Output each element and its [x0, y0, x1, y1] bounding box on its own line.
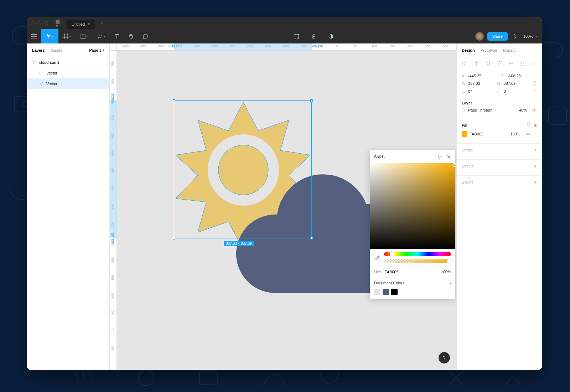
close-picker-icon[interactable]: ✕: [447, 154, 451, 160]
inspect-tab[interactable]: Inspect: [503, 48, 515, 52]
constrain-proportions-icon[interactable]: [533, 81, 537, 86]
alpha-value[interactable]: 100%: [441, 270, 451, 274]
add-effect-icon[interactable]: +: [534, 163, 537, 169]
h-input[interactable]: 387.09: [504, 81, 529, 86]
document-swatches: [374, 289, 451, 295]
tab-title: Untitled: [72, 22, 85, 26]
svg-point-20: [527, 125, 528, 127]
eyedropper-icon[interactable]: [374, 254, 380, 261]
hue-slider[interactable]: [384, 252, 451, 256]
align-vcenter-icon[interactable]: [508, 61, 514, 66]
boolean-tool[interactable]: [324, 29, 338, 43]
x-input[interactable]: -445.25: [468, 74, 498, 78]
align-right-icon[interactable]: [485, 61, 491, 66]
svg-rect-7: [81, 34, 85, 38]
help-button[interactable]: ?: [439, 352, 450, 363]
move-tool[interactable]: ▾: [41, 29, 58, 43]
pen-icon: [97, 33, 103, 39]
comment-icon: [142, 33, 148, 39]
main-menu-button[interactable]: [27, 29, 41, 43]
layer-row-vector[interactable]: Vector: [27, 68, 109, 78]
frame-icon: [63, 33, 69, 39]
style-icon[interactable]: [526, 123, 530, 127]
pen-tool[interactable]: ▾: [93, 29, 110, 43]
export-section: Export+: [457, 176, 542, 191]
layer-row-vector-selected[interactable]: Vector: [27, 78, 109, 89]
blend-mode-select[interactable]: Pass Through: [468, 108, 492, 112]
present-button[interactable]: [511, 29, 520, 43]
shape-tool[interactable]: ▾: [76, 29, 93, 43]
rotation-input[interactable]: 0°: [468, 89, 494, 93]
frame-tool[interactable]: ▾: [58, 29, 76, 43]
design-tab[interactable]: Design: [462, 48, 475, 52]
alignment-controls: [457, 57, 542, 70]
add-export-icon[interactable]: +: [534, 179, 537, 185]
swatch[interactable]: [391, 289, 398, 295]
ruler-origin: [110, 43, 117, 51]
more-transform-icon[interactable]: ⋯: [533, 89, 537, 93]
align-hcenter-icon[interactable]: [473, 61, 479, 66]
visibility-icon[interactable]: [532, 108, 537, 112]
page-selector[interactable]: Page 1▾: [89, 48, 104, 52]
play-icon: [513, 34, 518, 39]
distribute-icon[interactable]: [531, 61, 537, 66]
assets-tab[interactable]: Assets: [50, 48, 62, 52]
add-tab-button[interactable]: +: [99, 20, 103, 26]
swatch[interactable]: [383, 289, 389, 295]
cursor-icon: [47, 33, 51, 39]
document-colors-select[interactable]: Document Colors▾: [374, 281, 451, 285]
share-button[interactable]: Share: [487, 32, 508, 41]
fill-opacity-input[interactable]: 100%: [510, 132, 520, 136]
comment-tool[interactable]: [138, 29, 152, 43]
fill-hex-input[interactable]: FAB005: [470, 132, 483, 136]
canvas[interactable]: -445.25 -58.215 -600-550-500-450-400-350…: [110, 43, 456, 370]
svg-rect-3: [549, 107, 566, 125]
diamond-icon: [311, 33, 317, 39]
user-avatar[interactable]: [475, 32, 484, 41]
alpha-slider[interactable]: [384, 259, 451, 263]
svg-point-6: [58, 22, 60, 24]
add-fill-icon[interactable]: +: [534, 123, 537, 128]
main-toolbar: ▾ ▾ ▾ ▾ Share 100%▾: [27, 29, 542, 43]
radius-input[interactable]: 0: [504, 89, 529, 93]
ruler-vertical: -668.25 -281.163 -750-700-650-600-550-50…: [110, 51, 117, 370]
align-left-icon[interactable]: [462, 61, 467, 66]
mask-tool[interactable]: [307, 29, 321, 43]
align-top-icon[interactable]: [497, 61, 502, 66]
remove-fill-icon[interactable]: −: [535, 132, 537, 136]
close-dot[interactable]: [31, 21, 35, 25]
window-titlebar: Untitled × +: [27, 17, 542, 29]
y-input[interactable]: -668.25: [508, 74, 537, 78]
svg-point-14: [41, 83, 42, 85]
close-tab-icon[interactable]: ×: [88, 22, 90, 27]
window-controls[interactable]: [31, 21, 48, 25]
blend-mode-icon[interactable]: [437, 154, 442, 159]
hex-input[interactable]: [385, 270, 406, 274]
layers-tab[interactable]: Layers: [32, 48, 45, 52]
layer-row-frame[interactable]: cloud-sun 1: [27, 57, 109, 68]
text-tool[interactable]: [110, 29, 124, 43]
workspace: Layers Assets Page 1▾ cloud-sun 1 Vector…: [27, 43, 542, 370]
svg-point-10: [298, 34, 299, 35]
layer-opacity-input[interactable]: 40%: [519, 108, 527, 112]
file-tab[interactable]: Untitled ×: [67, 20, 95, 29]
saturation-value-area[interactable]: [370, 163, 455, 249]
align-bottom-icon[interactable]: [520, 61, 525, 66]
component-tool[interactable]: [290, 29, 304, 43]
selection-bounds[interactable]: [174, 100, 312, 238]
fill-type-select[interactable]: Solid ▾: [374, 155, 385, 159]
layers-panel: Layers Assets Page 1▾ cloud-sun 1 Vector…: [27, 43, 110, 370]
fill-visibility-icon[interactable]: [525, 132, 530, 136]
hex-mode-label[interactable]: Hex: [374, 270, 381, 274]
add-stroke-icon[interactable]: +: [534, 147, 537, 153]
minimize-dot[interactable]: [37, 21, 41, 25]
prototype-tab[interactable]: Prototype: [481, 48, 497, 52]
maximize-dot[interactable]: [44, 21, 48, 25]
svg-point-11: [294, 38, 295, 39]
zoom-level[interactable]: 100%▾: [523, 34, 537, 38]
hand-tool[interactable]: [124, 29, 138, 43]
swatch[interactable]: [374, 289, 380, 295]
w-input[interactable]: 387.03: [468, 81, 494, 86]
svg-point-9: [294, 34, 295, 35]
fill-swatch[interactable]: [462, 131, 467, 137]
